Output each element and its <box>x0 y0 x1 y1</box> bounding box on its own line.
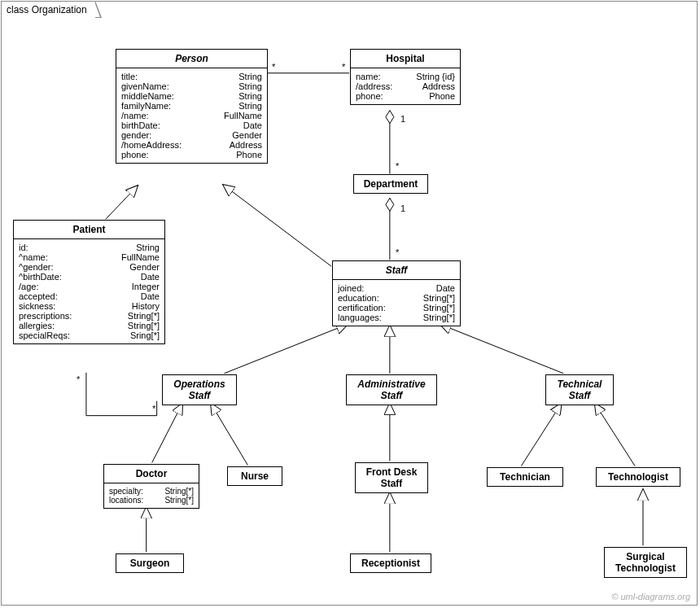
svg-line-5 <box>224 324 348 374</box>
class-technical-staff: Technical Staff <box>545 374 614 405</box>
svg-line-12 <box>594 403 635 466</box>
class-technologist-title: Technologist <box>597 468 680 486</box>
class-staff-attrs: joined:Date education:String[*] certific… <box>333 280 460 326</box>
class-administrative-staff: Administrative Staff <box>346 374 437 405</box>
class-technologist: Technologist <box>596 467 680 487</box>
class-operations-staff-title: Operations Staff <box>163 375 236 405</box>
class-operations-staff: Operations Staff <box>162 374 237 405</box>
class-front-desk-staff: Front Desk Staff <box>355 462 428 493</box>
class-person: Person title:String givenName:String mid… <box>116 49 268 164</box>
mult-patient-ops-l: * <box>77 374 80 384</box>
svg-line-3 <box>106 185 138 219</box>
class-surgeon-title: Surgeon <box>116 554 183 572</box>
class-doctor: Doctor specialty:String[*] locations:Str… <box>103 464 199 509</box>
package-frame: class Organization <box>1 1 698 606</box>
class-surgical-technologist-title: Surgical Technologist <box>605 548 686 577</box>
class-doctor-attrs: specialty:String[*] locations:String[*] <box>104 483 199 508</box>
class-hospital-title: Hospital <box>351 50 460 68</box>
class-doctor-title: Doctor <box>104 465 199 483</box>
class-patient-title: Patient <box>14 221 164 239</box>
class-person-title: Person <box>116 50 267 68</box>
class-hospital-attrs: name:String {id} /address:Address phone:… <box>351 68 460 104</box>
class-patient-attrs: id:String ^name:FullName ^gender:Gender … <box>14 239 164 343</box>
class-staff-title: Staff <box>333 261 460 280</box>
svg-line-7 <box>440 324 564 374</box>
mult-dept-staff-bot: * <box>396 247 399 257</box>
copyright: © uml-diagrams.org <box>611 592 690 601</box>
mult-hosp-dept-top: 1 <box>400 114 405 124</box>
class-department-title: Department <box>354 175 427 193</box>
diagram-canvas: Person title:String givenName:String mid… <box>2 18 697 605</box>
class-technical-staff-title: Technical Staff <box>546 375 613 405</box>
mult-dept-staff-top: 1 <box>400 203 405 213</box>
mult-person-hosp-l: * <box>272 62 275 72</box>
class-technician-title: Technician <box>488 468 562 486</box>
class-staff: Staff joined:Date education:String[*] ce… <box>332 260 461 326</box>
mult-hosp-dept-bot: * <box>396 161 399 171</box>
svg-line-11 <box>521 403 562 466</box>
frame-tab: class Organization <box>1 1 96 18</box>
svg-line-9 <box>210 403 247 466</box>
mult-patient-ops-r: * <box>152 404 155 413</box>
class-hospital: Hospital name:String {id} /address:Addre… <box>350 49 461 105</box>
class-department: Department <box>353 174 428 194</box>
class-nurse-title: Nurse <box>228 467 282 485</box>
class-patient: Patient id:String ^name:FullName ^gender… <box>13 220 165 344</box>
svg-line-8 <box>152 403 183 463</box>
frame-label: class Organization <box>7 4 87 15</box>
class-administrative-staff-title: Administrative Staff <box>347 375 436 405</box>
class-surgical-technologist: Surgical Technologist <box>604 547 687 578</box>
class-technician: Technician <box>487 467 563 487</box>
class-person-attrs: title:String givenName:String middleName… <box>116 68 267 163</box>
svg-line-4 <box>222 184 331 266</box>
class-surgeon: Surgeon <box>116 553 184 573</box>
mult-person-hosp-r: * <box>342 62 345 72</box>
class-receptionist: Receptionist <box>350 553 431 573</box>
class-front-desk-staff-title: Front Desk Staff <box>356 463 427 492</box>
class-receptionist-title: Receptionist <box>351 554 431 572</box>
class-nurse: Nurse <box>227 466 282 486</box>
